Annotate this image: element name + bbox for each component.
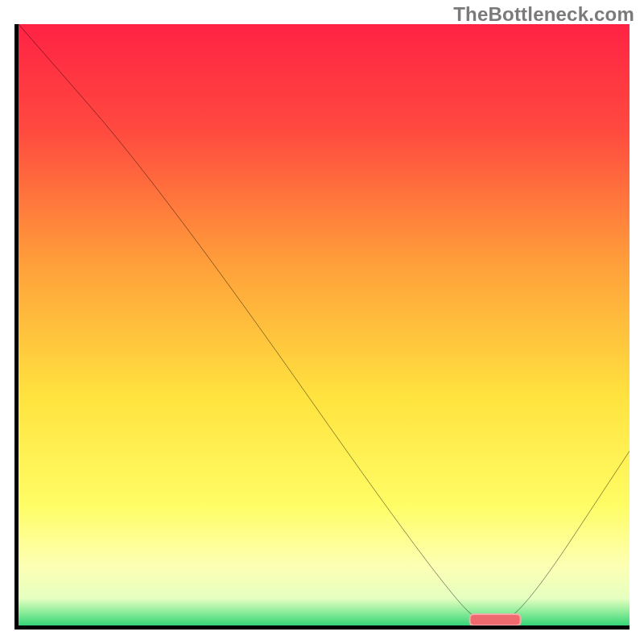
optimal-range-marker — [469, 613, 522, 626]
watermark-text: TheBottleneck.com — [453, 3, 634, 26]
plot-frame — [14, 24, 630, 630]
chart-container: TheBottleneck.com — [0, 0, 644, 644]
bottleneck-curve — [19, 24, 630, 625]
